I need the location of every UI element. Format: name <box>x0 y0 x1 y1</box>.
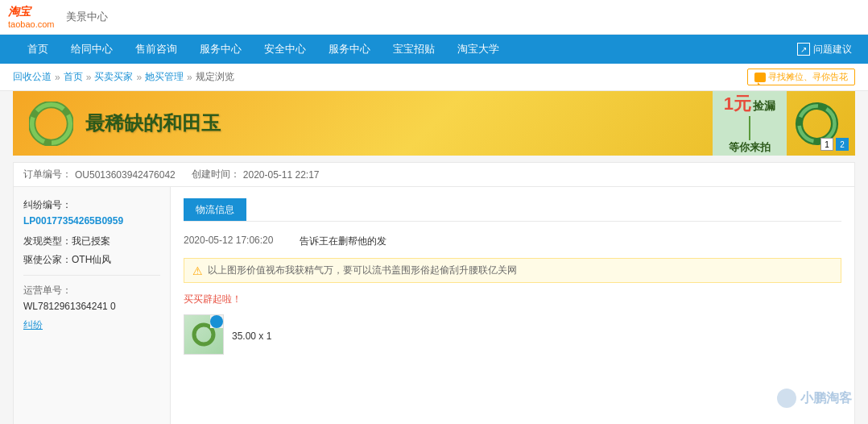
order-no-value: OU5013603942476042 <box>75 169 176 181</box>
breadcrumb-sep2: » <box>86 72 92 83</box>
feedback-action-btn[interactable]: 寻找摊位、寻你告花 <box>747 69 855 85</box>
thumb-badge <box>210 315 223 328</box>
breadcrumb-sep1: » <box>55 72 60 83</box>
nav-item-presale[interactable]: 售前咨询 <box>124 35 188 64</box>
page-2-dot[interactable]: 2 <box>836 138 849 151</box>
company-value: 驱使公家：OTH仙风 <box>23 253 160 267</box>
breadcrumb-sep4: » <box>187 72 192 83</box>
logo-top: 淘宝 <box>8 5 54 19</box>
product-thumbnail <box>184 314 224 355</box>
type-row: 发现类型：我已授案 <box>23 235 160 248</box>
warning-text: 以上图形价值视布我获精气万，要可以流书盖围形俗起偷刮升腰联亿关网 <box>208 264 517 277</box>
timeline-entry: 2020-05-12 17:06:20 告诉王在删帮他的发 <box>184 235 841 248</box>
header-title: 美景中心 <box>66 10 108 24</box>
breadcrumb-link2[interactable]: 买卖买家 <box>94 70 133 84</box>
breadcrumb-bar: 回收公道 » 首页 » 买卖买家 » 她买管理 » 规定浏览 寻找摊位、寻你告花 <box>0 64 868 91</box>
nav-right[interactable]: ↗ 问题建议 <box>797 43 852 56</box>
company-row: 驱使公家：OTH仙风 <box>23 253 160 267</box>
banner-pagination: 1 2 <box>820 138 849 151</box>
dispute-label: 纠纷编号： <box>23 198 160 212</box>
thumb-avatar <box>210 315 223 328</box>
feedback-link[interactable]: 纠纷 <box>23 318 43 332</box>
order-no-label: 订单编号： <box>23 168 72 181</box>
product-item: 35.00 x 1 <box>184 314 841 355</box>
dispute-value: LP00177354265B0959 <box>23 215 160 227</box>
warning-icon: ⚠ <box>192 264 203 277</box>
tracking-number: WL7812961364241 0 <box>23 301 160 312</box>
jade-ring-left-icon <box>29 102 73 146</box>
promo-sub1: 捡漏 <box>753 99 775 114</box>
nav-right-label: 问题建议 <box>813 43 852 56</box>
banner-left: 最稀缺的和田玉 <box>29 102 221 146</box>
warning-box: ⚠ 以上图形价值视布我获精气万，要可以流书盖围形俗起偷刮升腰联亿关网 <box>184 258 841 283</box>
right-content: 物流信息 2020-05-12 17:06:20 告诉王在删帮他的发 ⚠ 以上图… <box>171 187 854 424</box>
nav-item-university[interactable]: 淘宝大学 <box>446 35 510 64</box>
nav-item-advertise[interactable]: 宝宝招贴 <box>382 35 446 64</box>
logo: 淘宝 taobao.com <box>8 5 54 29</box>
breadcrumb-current: 规定浏览 <box>196 70 234 84</box>
nav-item-home[interactable]: 首页 <box>16 35 60 64</box>
speech-bubble-icon <box>754 73 766 82</box>
breadcrumb-actions: 寻找摊位、寻你告花 <box>747 69 855 85</box>
sidebar: 纠纷编号： LP00177354265B0959 发现类型：我已授案 驱使公家：… <box>14 187 171 424</box>
tracking-label: 运营单号： <box>23 284 160 297</box>
breadcrumb: 回收公道 » 首页 » 买卖买家 » 她买管理 » 规定浏览 <box>13 70 234 84</box>
promo-sub2: 等你来拍 <box>724 140 775 155</box>
dispute-no-row: 纠纷编号： LP00177354265B0959 <box>23 198 160 227</box>
header: 淘宝 taobao.com 美景中心 <box>0 0 868 35</box>
type-value: 发现类型：我已授案 <box>23 235 160 248</box>
nav-right-icon: ↗ <box>797 43 810 56</box>
buyer-message: 买买辟起啦！ <box>184 293 841 306</box>
tracking-section: 运营单号： WL7812961364241 0 <box>23 275 160 312</box>
order-time-value: 2020-05-11 22:17 <box>243 169 320 181</box>
breadcrumb-link1[interactable]: 首页 <box>64 70 83 84</box>
feedback-btn-label: 寻找摊位、寻你告花 <box>768 71 848 83</box>
logo-bottom: taobao.com <box>8 19 54 29</box>
promo-box: 1元 捡漏 等你来拍 <box>713 91 787 156</box>
nav-bar: 首页 给同中心 售前咨询 服务中心 安全中心 服务中心 宝宝招贴 淘宝大学 ↗ … <box>0 35 868 64</box>
breadcrumb-sep3: » <box>136 72 142 83</box>
page-1-dot[interactable]: 1 <box>820 138 833 151</box>
order-info-bar: 订单编号： OU5013603942476042 创建时间： 2020-05-1… <box>13 162 855 187</box>
promo-price: 1元 <box>724 92 751 116</box>
nav-item-service[interactable]: 服务中心 <box>188 35 253 64</box>
timeline-desc: 告诉王在删帮他的发 <box>300 235 386 248</box>
main-content: 纠纷编号： LP00177354265B0959 发现类型：我已授案 驱使公家：… <box>13 187 855 424</box>
order-no-section: 订单编号： OU5013603942476042 <box>23 168 176 181</box>
breadcrumb-link3[interactable]: 她买管理 <box>145 70 184 84</box>
banner: 最稀缺的和田玉 1元 捡漏 等你来拍 1 2 <box>13 91 855 156</box>
timeline-time: 2020-05-12 17:06:20 <box>184 235 288 246</box>
tab-bar: 物流信息 <box>184 198 841 222</box>
breadcrumb-home[interactable]: 回收公道 <box>13 70 52 84</box>
nav-item-service2[interactable]: 服务中心 <box>317 35 382 64</box>
tab-logistics[interactable]: 物流信息 <box>184 198 246 221</box>
product-price: 35.00 x 1 <box>232 330 271 342</box>
watermark: 小鹏淘客 <box>777 389 852 408</box>
watermark-text: 小鹏淘客 <box>800 390 852 407</box>
svg-point-3 <box>800 106 835 141</box>
nav-item-security[interactable]: 安全中心 <box>253 35 317 64</box>
nav-item-gift[interactable]: 给同中心 <box>60 35 124 64</box>
watermark-icon <box>777 389 796 408</box>
order-time-section: 创建时间： 2020-05-11 22:17 <box>192 168 320 181</box>
order-time-label: 创建时间： <box>192 168 240 181</box>
banner-main-text: 最稀缺的和田玉 <box>85 110 221 136</box>
